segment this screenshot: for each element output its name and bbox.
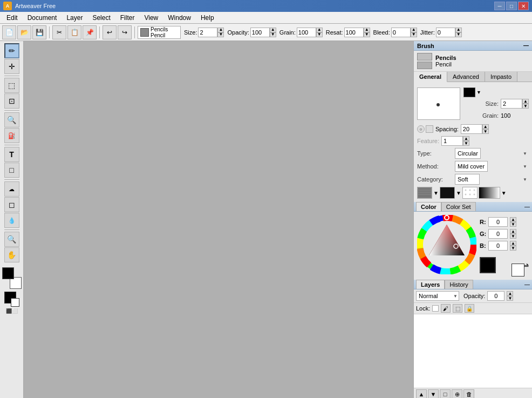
lock-paint-btn[interactable]: 🖌	[441, 304, 451, 313]
r-input[interactable]	[488, 217, 508, 227]
zoom-tool[interactable]: 🔍	[4, 232, 19, 247]
color-wheel-svg[interactable]	[417, 215, 476, 274]
tab-general[interactable]: General	[414, 72, 447, 82]
lock-checkbox[interactable]	[432, 305, 439, 312]
bg-color-swatch[interactable]	[511, 264, 524, 276]
spacing-down[interactable]: ▼	[482, 129, 489, 134]
color-wheel-container[interactable]	[417, 215, 476, 274]
b-up[interactable]: ▲	[510, 241, 516, 246]
color-tab-color[interactable]: Color	[416, 202, 441, 211]
layer-add-btn[interactable]: □	[440, 389, 451, 398]
layers-tab-history[interactable]: History	[445, 280, 473, 289]
cut-btn[interactable]: ✂	[52, 25, 66, 39]
size-prop-down[interactable]: ▼	[522, 104, 529, 109]
resat-down[interactable]: ▼	[364, 32, 370, 37]
jitter-spinner[interactable]: ▲ ▼	[455, 28, 462, 37]
foreground-color-swatch[interactable]	[2, 267, 14, 279]
type-select[interactable]: Circular Linear Flat	[455, 148, 481, 159]
text-tool[interactable]: T	[4, 147, 19, 162]
layers-tab-layers[interactable]: Layers	[416, 280, 445, 289]
default-colors-btn[interactable]: ⬛⬜	[6, 308, 18, 314]
texture-2[interactable]	[440, 187, 455, 199]
category-select[interactable]: Soft Hard Normal	[455, 174, 480, 185]
eyedropper-tool[interactable]: 🔍	[4, 112, 19, 127]
fg-color-swatch[interactable]	[480, 257, 496, 273]
b-input[interactable]	[488, 241, 508, 251]
undo-btn[interactable]: ↩	[103, 25, 117, 39]
smudge-tool[interactable]: ☁	[4, 181, 19, 197]
spacing-icon-circle[interactable]: ○	[417, 125, 425, 133]
minimize-window-btn[interactable]: ─	[494, 2, 505, 10]
grain-input[interactable]	[297, 28, 316, 37]
size-down[interactable]: ▼	[217, 32, 224, 37]
opacity-layer-up[interactable]: ▲	[507, 291, 513, 296]
color-tab-colorset[interactable]: Color Set	[441, 202, 476, 211]
spacing-input[interactable]	[461, 124, 482, 134]
menu-edit[interactable]: Edit	[2, 12, 22, 23]
g-down[interactable]: ▼	[510, 234, 516, 239]
save-btn[interactable]: 💾	[32, 25, 46, 39]
bleed-input[interactable]	[391, 28, 411, 37]
texture-1-arrow[interactable]: ▼	[433, 190, 439, 196]
feature-down[interactable]: ▼	[463, 141, 469, 146]
feature-up[interactable]: ▲	[463, 136, 469, 141]
texture-3[interactable]	[462, 187, 478, 199]
texture-1[interactable]	[417, 187, 432, 199]
grain-spinner[interactable]: ▲ ▼	[316, 28, 323, 37]
texture-4-arrow[interactable]: ▼	[501, 190, 507, 196]
layer-down-btn[interactable]: ▼	[428, 389, 439, 398]
layer-opacity-input[interactable]	[487, 291, 504, 301]
copy-btn[interactable]: 📋	[67, 25, 81, 39]
menu-select[interactable]: Select	[88, 12, 114, 23]
shape-tool[interactable]: □	[4, 163, 19, 178]
menu-filter[interactable]: Filter	[116, 12, 139, 23]
open-btn[interactable]: 📂	[17, 25, 31, 39]
hand-tool[interactable]: ✋	[4, 247, 19, 262]
bleed-down[interactable]: ▼	[411, 32, 417, 37]
canvas-area[interactable]	[24, 41, 413, 398]
lasso-tool[interactable]: ⬚	[4, 78, 19, 93]
new-btn[interactable]: 📄	[2, 25, 16, 39]
menu-layer[interactable]: Layer	[62, 12, 87, 23]
brush-selector[interactable]: Pencils Pencil	[138, 26, 181, 39]
blend-mode-select[interactable]: Normal Multiply Screen Overlay	[416, 291, 459, 301]
brush-panel-minimize[interactable]: —	[523, 43, 529, 49]
redo-btn[interactable]: ↪	[118, 25, 132, 39]
layer-delete-btn[interactable]: 🗑	[463, 389, 474, 398]
opacity-layer-down[interactable]: ▼	[507, 296, 513, 301]
close-window-btn[interactable]: ✕	[518, 2, 529, 10]
lock-all-btn[interactable]: 🔒	[465, 304, 474, 313]
menu-document[interactable]: Document	[23, 12, 62, 23]
canvas-inner[interactable]	[24, 41, 413, 398]
size-input[interactable]	[198, 28, 217, 37]
brush-tool[interactable]: ✏	[4, 43, 19, 58]
spacing-checkbox[interactable]	[426, 125, 433, 133]
menu-help[interactable]: Help	[196, 12, 219, 23]
tab-advanced[interactable]: Advanced	[447, 72, 485, 82]
grain-down[interactable]: ▼	[316, 32, 323, 37]
menu-window[interactable]: Window	[163, 12, 195, 23]
spacing-up[interactable]: ▲	[482, 124, 489, 129]
g-input[interactable]	[488, 229, 508, 239]
jitter-down[interactable]: ▼	[455, 32, 462, 37]
bleed-spinner[interactable]: ▲ ▼	[411, 28, 417, 37]
paint-bucket-tool[interactable]: ⛽	[4, 128, 19, 143]
layers-list[interactable]	[414, 314, 532, 388]
feature-input[interactable]	[441, 136, 463, 146]
resat-spinner[interactable]: ▲ ▼	[364, 28, 370, 37]
menu-view[interactable]: View	[140, 12, 162, 23]
size-prop-up[interactable]: ▲	[522, 99, 529, 104]
b-down[interactable]: ▼	[510, 246, 516, 251]
brush-color-dropdown[interactable]: ▼	[476, 90, 481, 95]
maximize-window-btn[interactable]: □	[506, 2, 517, 10]
method-select[interactable]: Mild cover Cover Soft	[455, 161, 488, 172]
lock-move-btn[interactable]: ⬚	[453, 304, 462, 313]
bg-preview[interactable]	[11, 298, 19, 307]
dropper-tool[interactable]: 💧	[4, 213, 19, 228]
color-panel-minimize[interactable]: —	[524, 204, 530, 210]
jitter-input[interactable]	[436, 28, 455, 37]
layers-panel-minimize[interactable]: —	[524, 281, 530, 287]
eraser-tool[interactable]: ◻	[4, 197, 19, 212]
layer-up-btn[interactable]: ▲	[416, 389, 427, 398]
size-spinner[interactable]: ▲ ▼	[217, 28, 224, 37]
